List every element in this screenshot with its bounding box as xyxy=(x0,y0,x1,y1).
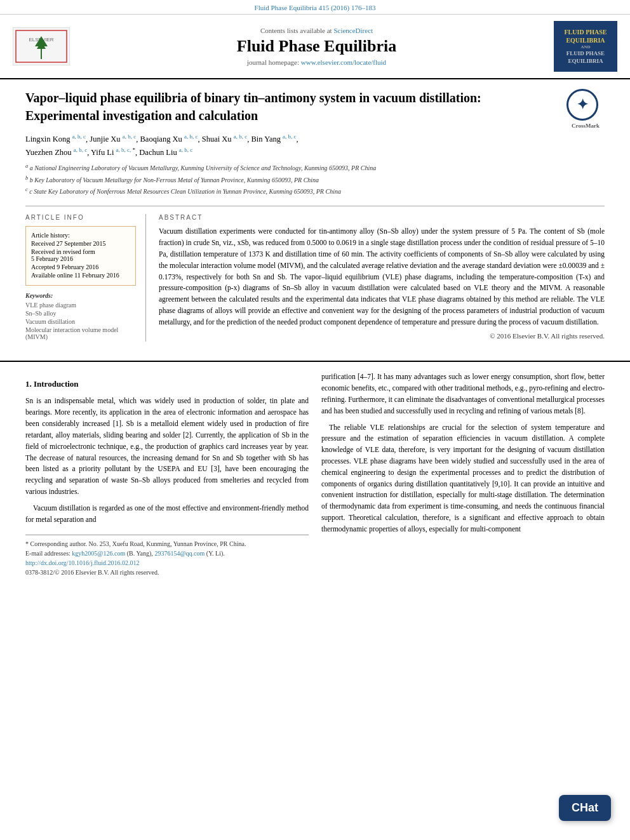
keyword-1: Sn–Sb alloy xyxy=(25,310,136,317)
section1-heading: 1. Introduction xyxy=(25,378,309,390)
logo-line4: FLUID PHASE xyxy=(566,50,605,58)
logo-line2: EQUILIBRIA xyxy=(566,36,605,44)
article-info-column: ARTICLE INFO Article history: Received 2… xyxy=(25,214,146,342)
copyright: © 2016 Elsevier B.V. All rights reserved… xyxy=(159,332,605,340)
history-revised: Received in revised form 5 February 2016 xyxy=(31,248,130,262)
footnote-corresponding: * Corresponding author. No. 253, Xuefu R… xyxy=(25,539,309,549)
crossmark-icon: ✦ xyxy=(566,89,598,121)
body-para-1: Sn is an indispensable metal, which was … xyxy=(25,396,309,497)
journal-title: Fluid Phase Equilibria xyxy=(79,37,554,56)
author-dachun: Dachun Liu xyxy=(139,148,177,157)
author-shuai: Shuai Xu xyxy=(202,135,232,143)
elsevier-logo-area: ELSEVIER xyxy=(13,27,79,65)
history-label: Article history: xyxy=(31,232,130,239)
journal-info-center: Contents lists available at ScienceDirec… xyxy=(79,27,554,66)
author-baoqiang: Baoqiang Xu xyxy=(140,135,182,143)
main-content: 1. Introduction Sn is an indispensable m… xyxy=(0,361,630,590)
journal-reference-bar: Fluid Phase Equilibria 415 (2016) 176–18… xyxy=(0,0,630,15)
keyword-0: VLE phase diagram xyxy=(25,302,136,309)
keywords-label: Keywords: xyxy=(25,292,136,299)
footnote-email-link2[interactable]: 29376154@qq.com xyxy=(154,550,204,557)
author-yuezhen: Yuezhen Zhou xyxy=(25,148,72,157)
abstract-label: ABSTRACT xyxy=(159,214,605,221)
article-history-box: Article history: Received 27 September 2… xyxy=(25,226,136,286)
body-para-right-2: The reliable VLE relationships are cruci… xyxy=(321,422,605,535)
history-accepted: Accepted 9 February 2016 xyxy=(31,263,130,270)
logo-line3: AND xyxy=(580,44,590,50)
body-para-2: Vacuum distillation is regarded as one o… xyxy=(25,503,309,526)
journal-logo-box: FLUID PHASE EQUILIBRIA AND FLUID PHASE E… xyxy=(554,21,617,72)
chat-button[interactable]: CHat xyxy=(559,795,611,821)
affiliation-a: a a National Engineering Laboratory of V… xyxy=(25,163,605,173)
body-col-right: purification [4–7]. It has many advantag… xyxy=(321,371,605,577)
history-online: Available online 11 February 2016 xyxy=(31,272,130,279)
sciencedirect-line: Contents lists available at ScienceDirec… xyxy=(79,27,554,34)
author-lingxin: Lingxin Kong xyxy=(25,135,70,143)
article-info-label: ARTICLE INFO xyxy=(25,214,136,221)
logo-line5: EQUILIBRIA xyxy=(568,58,603,65)
journal-logo-right: FLUID PHASE EQUILIBRIA AND FLUID PHASE E… xyxy=(554,21,617,72)
body-para-right-1: purification [4–7]. It has many advantag… xyxy=(321,371,605,417)
logo-line1: FLUID PHASE xyxy=(565,28,607,36)
footnote-doi: http://dx.doi.org/10.1016/j.fluid.2016.0… xyxy=(25,558,309,568)
abstract-column: ABSTRACT Vacuum distillation experiments… xyxy=(159,214,605,342)
history-received: Received 27 September 2015 xyxy=(31,240,130,247)
authors-line: Lingxin Kong a, b, c, Junjie Xu a, b, c,… xyxy=(25,132,605,159)
author-junjie: Junjie Xu xyxy=(90,135,120,143)
crossmark-label: CrossMark xyxy=(566,122,605,130)
elsevier-logo: ELSEVIER xyxy=(13,27,70,65)
homepage-link[interactable]: www.elsevier.com/locate/fluid xyxy=(301,58,386,66)
keyword-3: Molecular interaction volume model (MIVM… xyxy=(25,326,136,340)
sciencedirect-link[interactable]: ScienceDirect xyxy=(333,27,373,34)
journal-header: ELSEVIER Contents lists available at Sci… xyxy=(0,15,630,79)
article-info-abstract: ARTICLE INFO Article history: Received 2… xyxy=(25,206,605,342)
article-title: Vapor–liquid phase equilibria of binary … xyxy=(25,89,605,124)
body-two-col: 1. Introduction Sn is an indispensable m… xyxy=(25,371,605,577)
body-col-left: 1. Introduction Sn is an indispensable m… xyxy=(25,371,309,577)
crossmark: ✦ CrossMark xyxy=(566,89,605,130)
doi-link[interactable]: http://dx.doi.org/10.1016/j.fluid.2016.0… xyxy=(25,559,140,566)
keywords-section: Keywords: VLE phase diagram Sn–Sb alloy … xyxy=(25,292,136,340)
abstract-text: Vacuum distillation experiments were con… xyxy=(159,226,605,328)
author-bin: Bin Yang xyxy=(251,135,281,143)
article-content-area: Vapor–liquid phase equilibria of binary … xyxy=(0,79,630,354)
author-yifu: Yifu Li xyxy=(91,148,114,157)
journal-homepage: journal homepage: www.elsevier.com/locat… xyxy=(79,58,554,66)
affiliations: a a National Engineering Laboratory of V… xyxy=(25,163,605,196)
affiliation-b: b b Key Laboratory of Vacuum Metallurgy … xyxy=(25,175,605,185)
keyword-2: Vacuum distillation xyxy=(25,318,136,325)
footnote-area: * Corresponding author. No. 253, Xuefu R… xyxy=(25,535,309,577)
footnote-email-link[interactable]: kgyh2005@126.com xyxy=(72,550,125,557)
footnote-issn: 0378-3812/© 2016 Elsevier B.V. All right… xyxy=(25,568,309,577)
footnote-email: E-mail addresses: kgyh2005@126.com (B. Y… xyxy=(25,549,309,558)
journal-reference: Fluid Phase Equilibria 415 (2016) 176–18… xyxy=(255,4,376,11)
affiliation-c: c c State Key Laboratory of Nonferrous M… xyxy=(25,186,605,196)
